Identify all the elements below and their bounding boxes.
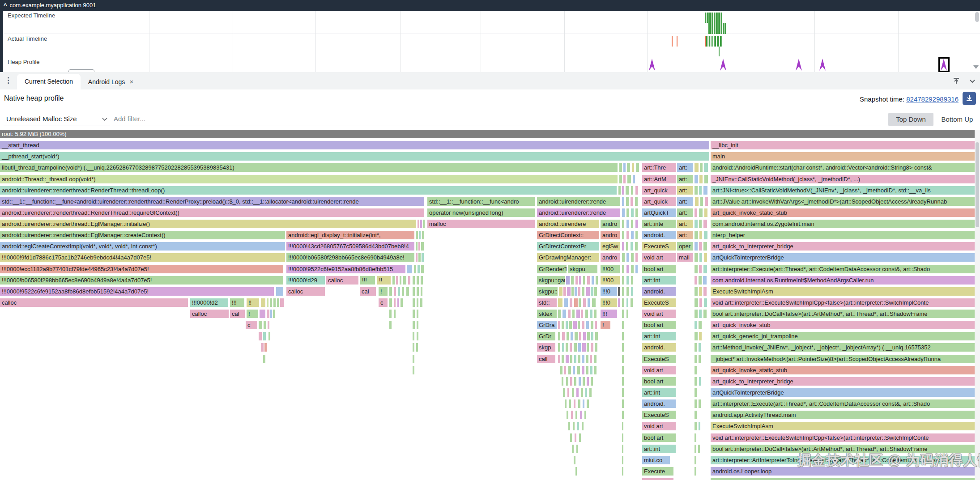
flame-block[interactable] xyxy=(417,287,419,296)
flame-block[interactable] xyxy=(622,388,624,397)
flame-block[interactable] xyxy=(577,422,579,430)
flame-block[interactable]: bool art xyxy=(642,265,676,273)
flame-block[interactable]: andro xyxy=(601,253,620,262)
flame-block[interactable] xyxy=(416,253,418,262)
flame-block[interactable]: art: xyxy=(677,208,693,217)
flame-block[interactable]: GrDra xyxy=(537,321,557,329)
flame-block[interactable] xyxy=(622,287,624,296)
flame-block[interactable] xyxy=(558,343,560,352)
flame-block[interactable] xyxy=(699,310,702,318)
flame-block[interactable] xyxy=(582,422,584,430)
flame-block[interactable] xyxy=(700,163,703,172)
flame-block[interactable]: __libc_init xyxy=(711,141,975,149)
flame-block[interactable]: void art xyxy=(642,422,676,430)
flamegraph[interactable]: root: 5.92 MiB (100.00%)__start_thread__… xyxy=(0,130,980,480)
flame-block[interactable] xyxy=(583,276,585,285)
flame-block[interactable] xyxy=(695,467,696,476)
flame-block[interactable] xyxy=(594,366,597,374)
flame-block[interactable]: art_quick_to_interpreter_bridge xyxy=(711,377,975,386)
flame-block[interactable] xyxy=(575,276,578,285)
flame-block[interactable]: operator new(unsigned long) xyxy=(427,208,535,217)
flame-block[interactable] xyxy=(703,265,707,273)
flame-block[interactable]: ExecuteSwitchImplAsm xyxy=(711,422,975,430)
flame-block[interactable] xyxy=(695,321,697,329)
flame-block[interactable] xyxy=(407,265,412,273)
flame-block[interactable] xyxy=(623,163,626,172)
flame-block[interactable] xyxy=(631,186,633,195)
flame-block[interactable] xyxy=(636,163,639,172)
flame-block[interactable] xyxy=(267,298,268,307)
flame-block[interactable] xyxy=(695,242,698,251)
flame-block[interactable]: calloc xyxy=(326,276,358,285)
flame-block[interactable]: !!!0000!d2 xyxy=(190,298,228,307)
flame-block[interactable] xyxy=(622,208,625,217)
flame-block[interactable]: art::Thre xyxy=(642,163,676,172)
flame-block[interactable] xyxy=(582,366,584,374)
flame-block[interactable] xyxy=(579,332,581,340)
flame-block[interactable] xyxy=(622,276,624,285)
flame-block[interactable] xyxy=(558,355,560,363)
flame-block[interactable]: bool art xyxy=(642,433,676,442)
metric-dropdown[interactable]: Unreleased Malloc Size xyxy=(4,112,110,126)
flame-block[interactable] xyxy=(389,310,392,318)
top-down-button[interactable]: Top Down xyxy=(888,113,933,126)
flame-block[interactable] xyxy=(622,411,624,419)
track-heap-profile[interactable]: Heap Profile xyxy=(3,57,980,72)
flame-block[interactable] xyxy=(579,276,581,285)
flame-block[interactable] xyxy=(635,197,638,206)
flame-block[interactable] xyxy=(574,355,576,363)
flame-block[interactable] xyxy=(642,478,673,480)
flame-block[interactable]: art::interpreter::Execute(art::Thread*, … xyxy=(711,265,975,273)
flame-block[interactable] xyxy=(570,343,572,352)
flame-block[interactable] xyxy=(695,231,698,239)
flame-block[interactable] xyxy=(580,411,582,419)
flame-block[interactable] xyxy=(587,377,589,386)
flame-block[interactable]: bool art xyxy=(642,321,676,329)
flame-block[interactable] xyxy=(587,276,590,285)
flame-block[interactable] xyxy=(626,231,629,239)
flame-block[interactable]: artQuickToInterpreterBridge xyxy=(711,253,975,262)
flame-block[interactable] xyxy=(626,197,629,206)
flame-block[interactable] xyxy=(574,343,577,352)
flame-block[interactable] xyxy=(591,287,593,296)
flame-block[interactable] xyxy=(558,321,560,329)
flame-block[interactable] xyxy=(582,321,584,329)
flame-block[interactable] xyxy=(408,276,410,285)
flame-block[interactable] xyxy=(579,377,581,386)
flame-block[interactable] xyxy=(622,433,623,442)
flame-block[interactable] xyxy=(406,287,409,296)
flame-block[interactable] xyxy=(631,287,633,296)
flame-block[interactable]: !!!0 xyxy=(601,298,617,307)
flame-block[interactable]: void art::interpreter::ExecuteSwitchImpl… xyxy=(711,298,975,307)
flame-block[interactable] xyxy=(695,253,698,262)
flame-block[interactable] xyxy=(566,321,568,329)
flame-block[interactable] xyxy=(635,231,638,239)
flame-block[interactable] xyxy=(622,445,623,453)
flame-block[interactable] xyxy=(574,399,575,408)
flame-block[interactable]: art_quick_invoke_static_stub xyxy=(711,208,975,217)
tab-current-selection[interactable]: Current Selection xyxy=(17,74,81,89)
flame-block[interactable] xyxy=(591,321,593,329)
flame-block[interactable] xyxy=(591,377,593,386)
flame-block[interactable] xyxy=(627,175,631,183)
collapse-process-icon[interactable]: ^ xyxy=(4,0,7,11)
flame-block[interactable]: art: xyxy=(677,163,693,172)
flame-block[interactable]: root: 5.92 MiB (100.00%) xyxy=(0,130,975,138)
flame-block[interactable] xyxy=(567,388,569,397)
flame-block[interactable]: !!!0000!b06580f298bb665ec8e690b4949a8e! xyxy=(286,253,414,262)
flame-block[interactable] xyxy=(695,186,698,195)
flame-block[interactable] xyxy=(699,242,702,251)
flame-block[interactable] xyxy=(695,343,697,352)
flame-block[interactable] xyxy=(579,433,581,442)
flame-block[interactable] xyxy=(698,445,700,453)
flame-block[interactable] xyxy=(622,231,624,239)
flame-block[interactable] xyxy=(585,310,588,318)
flame-block[interactable]: ! xyxy=(379,287,388,296)
flame-block[interactable] xyxy=(695,265,698,273)
flame-block[interactable] xyxy=(699,231,702,239)
flame-block[interactable] xyxy=(570,433,572,442)
flame-block[interactable] xyxy=(259,332,262,340)
flame-block[interactable] xyxy=(622,242,624,251)
flame-block[interactable]: bool art::interpreter::DoCall<false>(art… xyxy=(711,445,975,453)
flame-block[interactable] xyxy=(592,276,594,285)
